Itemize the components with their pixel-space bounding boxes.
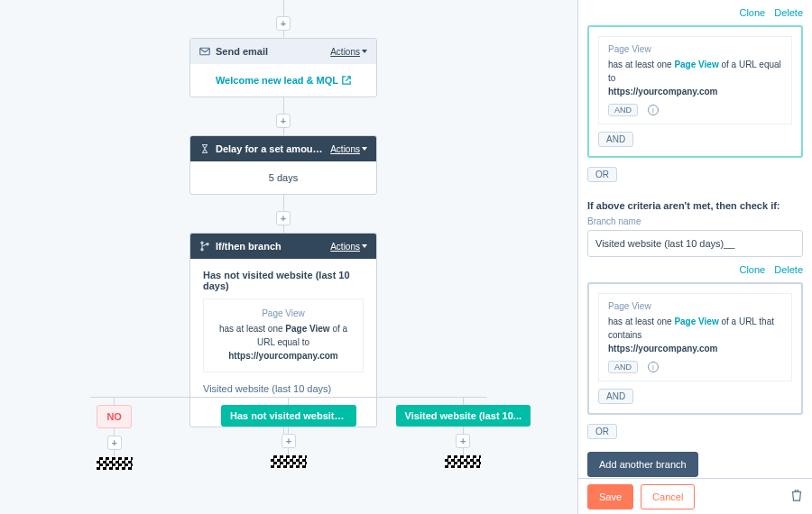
svg-point-2 xyxy=(201,249,203,251)
branch-outcome-b[interactable]: Visited website (last 10... xyxy=(396,405,531,427)
node-head-delay[interactable]: Delay for a set amount of time Actions xyxy=(190,136,376,161)
delay-value: 5 days xyxy=(190,161,376,194)
svg-point-3 xyxy=(207,243,208,245)
filter-group-1[interactable]: Page View has at least one Page View of … xyxy=(587,25,803,158)
inner-and-chip[interactable]: AND xyxy=(608,361,638,373)
node-delay[interactable]: Delay for a set amount of time Actions 5… xyxy=(189,135,377,195)
branch-outcome-no[interactable]: NO xyxy=(97,405,132,428)
add-another-branch-button[interactable]: Add another branch xyxy=(587,452,698,477)
chevron-down-icon xyxy=(362,147,367,151)
clone-branch-link[interactable]: Clone xyxy=(739,264,765,275)
branch-2-readout: Visited website (last 10 days) xyxy=(203,383,364,394)
cancel-button[interactable]: Cancel xyxy=(641,484,695,509)
workflow-canvas[interactable]: + Send email Actions Welcome new lead & … xyxy=(0,0,577,514)
inner-and-chip[interactable]: AND xyxy=(608,104,638,116)
branch-icon xyxy=(199,241,210,252)
chevron-down-icon xyxy=(362,244,367,248)
check-if-label: If above criteria aren't met, then check… xyxy=(587,200,803,211)
placeholder-node xyxy=(97,457,133,470)
plus-before-node3[interactable]: + xyxy=(276,211,291,225)
branch-outcome-a[interactable]: Has not visited website... xyxy=(221,405,356,427)
plus-before-node2[interactable]: + xyxy=(276,114,291,128)
panel-footer: Save Cancel xyxy=(577,478,812,514)
trash-icon xyxy=(790,489,803,501)
info-icon[interactable]: i xyxy=(648,362,659,372)
node-head-branch[interactable]: If/then branch Actions xyxy=(190,234,376,259)
node-head-send-email[interactable]: Send email Actions xyxy=(190,39,376,64)
email-link[interactable]: Welcome new lead & MQL xyxy=(216,75,351,86)
filter-condition[interactable]: Page View has at least one Page View of … xyxy=(598,36,792,124)
branch-name-label: Branch name xyxy=(587,216,803,226)
node-title: Send email xyxy=(216,46,325,57)
email-icon xyxy=(199,46,210,57)
delete-branch-link[interactable]: Delete xyxy=(774,264,803,275)
plus-before-node1[interactable]: + xyxy=(276,16,291,31)
svg-rect-0 xyxy=(200,48,210,55)
filter-type-label: Page View xyxy=(608,301,782,311)
branch-editor-panel[interactable]: Clone Delete Page View has at least one … xyxy=(577,0,812,478)
placeholder-node xyxy=(271,455,307,468)
node-title: Delay for a set amount of time xyxy=(216,143,325,154)
plus-after-a[interactable]: + xyxy=(281,434,296,448)
filter-type-label: Page View xyxy=(608,44,782,54)
filter-description: has at least one Page View of a URL that… xyxy=(608,315,782,355)
node-actions-menu[interactable]: Actions xyxy=(330,144,367,154)
clone-branch-link[interactable]: Clone xyxy=(739,7,765,18)
chevron-down-icon xyxy=(362,50,367,53)
info-icon[interactable]: i xyxy=(648,105,659,115)
branch-name-input[interactable] xyxy=(587,230,803,257)
node-actions-menu[interactable]: Actions xyxy=(330,242,367,252)
placeholder-node xyxy=(445,455,481,468)
filter-condition[interactable]: Page View has at least one Page View of … xyxy=(598,293,792,381)
svg-point-1 xyxy=(201,242,203,243)
plus-after-no[interactable]: + xyxy=(107,436,122,450)
plus-after-b[interactable]: + xyxy=(456,434,470,448)
or-chip[interactable]: OR xyxy=(587,167,617,182)
delete-button[interactable] xyxy=(790,489,803,504)
and-chip[interactable]: AND xyxy=(598,132,633,147)
node-actions-menu[interactable]: Actions xyxy=(330,47,367,57)
or-chip[interactable]: OR xyxy=(587,424,617,439)
save-button[interactable]: Save xyxy=(587,484,633,509)
filter-description: has at least one Page View of a URL equa… xyxy=(608,58,782,98)
hourglass-icon xyxy=(199,143,210,154)
node-send-email[interactable]: Send email Actions Welcome new lead & MQ… xyxy=(189,38,377,97)
external-link-icon xyxy=(342,76,351,85)
delete-branch-link[interactable]: Delete xyxy=(774,7,803,18)
branch-condition-title: Has not visited website (last 10 days) xyxy=(203,270,364,291)
and-chip[interactable]: AND xyxy=(598,389,633,404)
filter-readout: Page View has at least one Page View of … xyxy=(203,298,364,372)
filter-group-2[interactable]: Page View has at least one Page View of … xyxy=(587,282,803,415)
node-title: If/then branch xyxy=(216,241,325,252)
